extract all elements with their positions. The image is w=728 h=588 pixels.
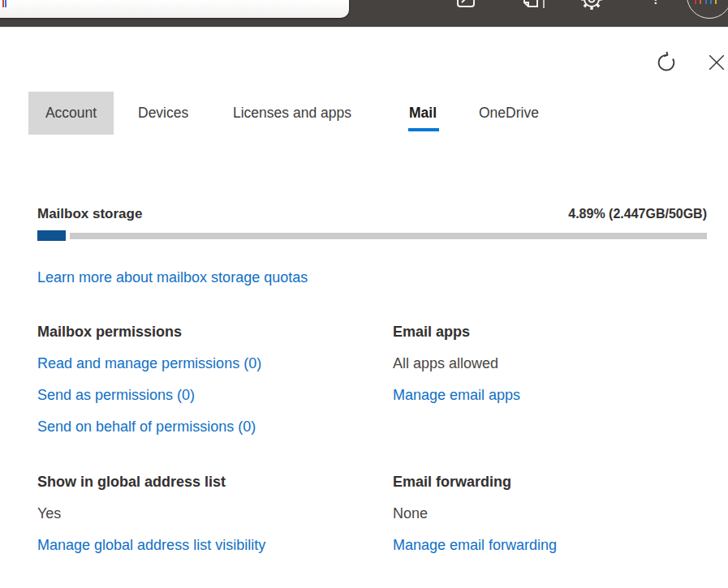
- read-manage-permissions-link[interactable]: Read and manage permissions (0): [37, 354, 261, 373]
- section-title: Mailbox permissions: [37, 323, 378, 341]
- mail-settings-panel: Account Devices Licenses and apps Mail O…: [0, 27, 728, 588]
- avatar-initials-fragment: [710, 0, 712, 4]
- avatar-initials-fragment: [700, 0, 701, 4]
- learn-more-link[interactable]: Learn more about mailbox storage quotas: [37, 269, 308, 286]
- section-title: Email apps: [393, 323, 728, 341]
- help-icon[interactable]: ?: [651, 0, 661, 7]
- manage-email-forwarding-link[interactable]: Manage email forwarding: [393, 535, 557, 555]
- global-address-list-value: Yes: [37, 504, 378, 523]
- text-caret-icon: [5, 0, 6, 7]
- mailbox-storage-usage: 4.89% (2.447GB/50GB): [568, 207, 707, 221]
- send-as-permissions-link[interactable]: Send as permissions (0): [37, 385, 195, 405]
- mailbox-storage-fill: [37, 230, 70, 241]
- text-caret-icon: [2, 0, 4, 7]
- tab-mail[interactable]: Mail: [409, 92, 437, 135]
- tab-devices[interactable]: Devices: [138, 92, 188, 135]
- user-detail-pane: ? Account Devices Licenses and apps Mail…: [0, 0, 728, 588]
- mailbox-storage-title: Mailbox storage: [37, 206, 142, 222]
- tab-account[interactable]: Account: [28, 92, 114, 135]
- section-title: Email forwarding: [393, 473, 728, 491]
- mailbox-storage-header: Mailbox storage 4.89% (2.447GB/50GB): [37, 206, 707, 222]
- feedback-icon[interactable]: [454, 0, 477, 10]
- tab-licenses-and-apps[interactable]: Licenses and apps: [233, 92, 351, 135]
- avatar-initials-fragment: [705, 0, 707, 4]
- email-apps-section: Email apps All apps allowed Manage email…: [393, 323, 728, 417]
- avatar-initials-fragment: [695, 0, 696, 4]
- manage-global-address-list-link[interactable]: Manage global address list visibility: [37, 535, 265, 555]
- email-forwarding-value: None: [393, 504, 728, 523]
- avatar-initials-fragment: [715, 0, 717, 4]
- close-icon[interactable]: [708, 54, 726, 71]
- send-on-behalf-permissions-link[interactable]: Send on behalf of permissions (0): [37, 417, 256, 436]
- search-input[interactable]: [0, 0, 349, 18]
- progressbar-track: [37, 233, 707, 239]
- tab-onedrive[interactable]: OneDrive: [479, 92, 539, 135]
- settings-gear-icon[interactable]: [579, 0, 605, 12]
- global-address-list-section: Show in global address list Yes Manage g…: [37, 473, 378, 567]
- manage-email-apps-link[interactable]: Manage email apps: [393, 385, 520, 405]
- email-apps-value: All apps allowed: [393, 354, 728, 373]
- top-app-bar: ?: [0, 0, 728, 27]
- refresh-icon[interactable]: [655, 50, 678, 73]
- email-forwarding-section: Email forwarding None Manage email forwa…: [393, 473, 728, 567]
- mailbox-permissions-section: Mailbox permissions Read and manage perm…: [37, 323, 378, 449]
- tasklist-icon[interactable]: [520, 0, 548, 10]
- account-avatar[interactable]: [687, 0, 728, 19]
- mailbox-storage-progressbar: [37, 230, 707, 241]
- section-title: Show in global address list: [37, 473, 378, 491]
